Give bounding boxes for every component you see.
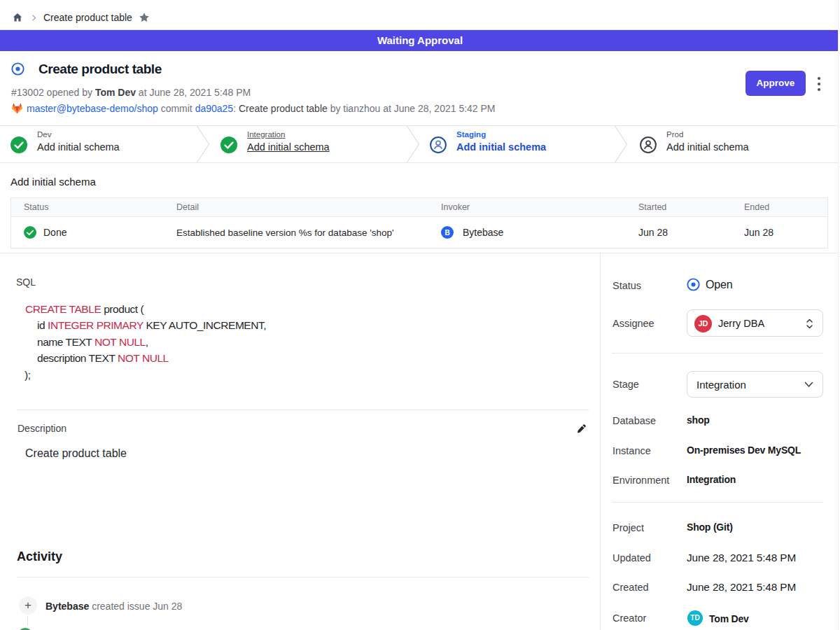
svg-text:B: B: [444, 229, 449, 237]
